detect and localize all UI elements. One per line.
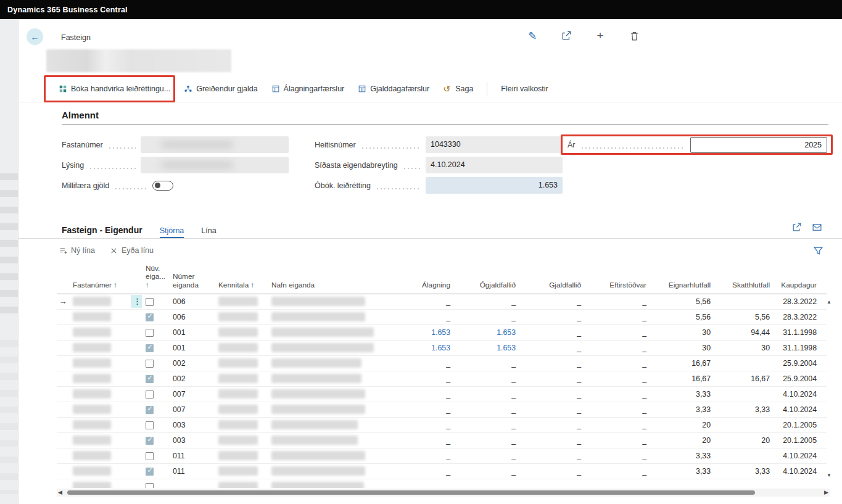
table-row[interactable]: 011 _ _ _ _ 3,33 3,33 4.10.2024 [57,463,827,479]
action-saga[interactable]: ↺ Saga [443,85,473,93]
share-icon[interactable] [791,222,802,233]
cell-skatthlutfall[interactable]: 5,56 [714,309,774,324]
cell-kennitala[interactable] [208,355,262,371]
header-numer-eiganda[interactable]: Númer eiganda [169,264,208,294]
cell-alagning[interactable]: _ [382,371,454,386]
tab-lina[interactable]: Lína [201,226,216,238]
cell-eftirstodvar[interactable]: _ [585,340,650,355]
cell-eftirstodvar[interactable]: _ [585,402,650,417]
cell-gjaldfallid[interactable]: _ [519,371,585,386]
cell-kaupdagur[interactable]: 4.10.2024 [774,463,827,479]
cell-owner-name[interactable] [262,294,382,309]
cell-kennitala[interactable] [208,479,262,488]
table-row[interactable]: 001 1.653 1.653 _ _ 30 94,44 31.1.1998 [57,324,827,340]
delete-icon[interactable] [628,30,640,42]
ar-input[interactable] [690,137,827,153]
cell-owner-number[interactable]: 001 [169,324,208,340]
cell-gjaldfallid[interactable]: _ [519,448,585,463]
cell-row-menu[interactable] [127,417,142,432]
cell-eftirstodvar[interactable]: _ [585,448,650,463]
table-row[interactable]: 002 _ _ _ _ 16,67 25.9.2004 [57,355,827,371]
cell-gjaldfallid[interactable]: _ [519,340,585,355]
cell-current-owner[interactable] [142,432,169,448]
cell-kaupdagur[interactable]: 4.10.2024 [774,448,827,463]
header-alagning[interactable]: Álagning [382,264,454,294]
cell-alagning[interactable]: _ [382,417,454,432]
row-options-button[interactable]: ⋮ [131,295,142,308]
cell-gjaldfallid[interactable]: _ [519,402,585,417]
cell-ogjaldfallid[interactable]: _ [454,355,519,371]
cell-fastanumer[interactable] [69,402,127,417]
cell-row-menu[interactable] [127,371,142,386]
cell-row-menu[interactable] [127,448,142,463]
cell-gjaldfallid[interactable]: _ [519,463,585,479]
cell-row-menu[interactable] [127,340,142,355]
cell-row-menu[interactable] [127,355,142,371]
cell-gjaldfallid[interactable]: _ [519,386,585,402]
heitisnumer-value[interactable]: 1043330 [426,136,563,153]
cell-fastanumer[interactable] [69,448,127,463]
cell-skatthlutfall[interactable]: 16,67 [714,371,774,386]
cell-owner-number[interactable]: 007 [169,386,208,402]
cell-owner-name[interactable] [262,417,382,432]
cell-owner-name[interactable] [262,402,382,417]
cell-fastanumer[interactable] [69,463,127,479]
millifaera-gjold-toggle[interactable] [152,181,173,191]
header-kennitala[interactable]: Kennitala ↑ [208,264,262,294]
cell-kennitala[interactable] [208,294,262,309]
cell-kennitala[interactable] [208,309,262,324]
cell-current-owner[interactable] [142,355,169,371]
cell-eftirstodvar[interactable]: _ [585,463,650,479]
cell-skatthlutfall[interactable]: 30 [714,340,774,355]
cell-current-owner[interactable] [142,371,169,386]
table-row[interactable]: 007 _ _ _ _ 3,33 4.10.2024 [57,386,827,402]
scroll-right-arrow[interactable]: ▶ [824,489,828,495]
cell-gjaldfallid[interactable]: _ [519,432,585,448]
cell-ogjaldfallid[interactable]: _ [454,417,519,432]
action-boka-handvirka-leidrettingu[interactable]: Bóka handvirka leiðréttingu... [59,85,170,93]
cell-eignarhlutfall[interactable]: 3,33 [650,402,714,417]
cell-kaupdagur[interactable]: 31.1.1998 [774,324,827,340]
cell-eftirstodvar[interactable]: _ [585,417,650,432]
cell-kennitala[interactable] [208,386,262,402]
cell-ogjaldfallid[interactable]: _ [454,432,519,448]
cell-kaupdagur[interactable]: 25.9.2004 [774,371,827,386]
add-icon[interactable]: + [594,30,606,42]
cell-kennitala[interactable] [208,402,262,417]
obok-leidretting-value[interactable]: 1.653 [426,177,563,194]
cell-ogjaldfallid[interactable]: _ [454,463,519,479]
cell-gjaldfallid[interactable]: _ [519,309,585,324]
cell-skatthlutfall[interactable] [714,355,774,371]
cell-skatthlutfall[interactable] [714,386,774,402]
new-line-button[interactable]: Ný lína [59,246,95,255]
current-owner-checkbox[interactable] [146,360,154,368]
action-greidendur-gjalda[interactable]: Greiðendur gjalda [184,85,257,93]
cell-row-menu[interactable] [127,402,142,417]
cell-eftirstodvar[interactable]: _ [585,324,650,340]
cell-owner-number[interactable]: 006 [169,294,208,309]
header-nuv-eigandi[interactable]: Núv. eiga... ↑ [142,264,169,294]
table-row[interactable]: 006 _ _ _ _ 5,56 5,56 28.3.2022 [57,309,827,324]
cell-ogjaldfallid[interactable]: _ [454,371,519,386]
action-alagningarfaerslur[interactable]: Álagningarfærslur [271,85,345,93]
current-owner-checkbox[interactable] [146,406,154,414]
cell-eignarhlutfall[interactable]: 16,67 [650,371,714,386]
header-eignarhlutfall[interactable]: Eignarhlutfall [650,264,714,294]
cell-fastanumer[interactable] [69,479,127,488]
cell-owner-name[interactable] [262,432,382,448]
cell-alagning[interactable] [382,479,454,488]
cell-current-owner[interactable] [142,386,169,402]
cell-row-menu[interactable] [127,309,142,324]
cell-owner-name[interactable] [262,479,382,488]
action-fleiri-valkostir[interactable]: Fleiri valkostir [501,85,548,93]
cell-row-menu[interactable] [127,386,142,402]
cell-kennitala[interactable] [208,340,262,355]
cell-owner-name[interactable] [262,324,382,340]
cell-eignarhlutfall[interactable]: 30 [650,340,714,355]
current-owner-checkbox[interactable] [146,452,154,460]
cell-kaupdagur[interactable]: 31.1.1998 [774,340,827,355]
cell-eftirstodvar[interactable]: _ [585,355,650,371]
cell-current-owner[interactable] [142,309,169,324]
cell-eftirstodvar[interactable]: _ [585,371,650,386]
cell-kaupdagur[interactable]: 20.1.2005 [774,417,827,432]
